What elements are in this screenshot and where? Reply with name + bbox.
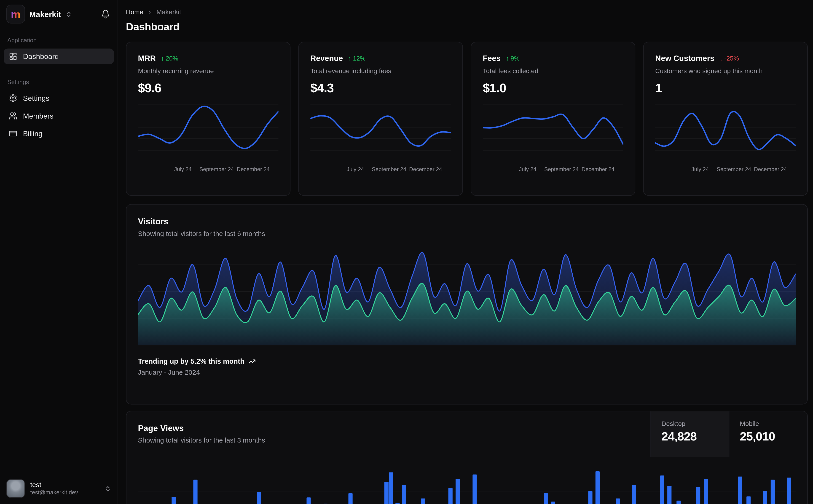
stat-value: $1.0 (483, 81, 624, 95)
stat-card-revenue: Revenue ↑12% Total revenue including fee… (299, 42, 463, 196)
main-content: Home Makerkit Dashboard MRR ↑20% Monthly… (118, 0, 813, 504)
chevrons-up-down-icon (65, 11, 72, 18)
gear-icon (9, 94, 17, 102)
sidebar-item-settings[interactable]: Settings (4, 90, 114, 106)
user-name: test (30, 481, 78, 489)
app-root: m Makerkit Application Dashboard Setting… (0, 0, 813, 504)
workspace-switcher[interactable]: m Makerkit (6, 5, 72, 24)
arrow-down-icon: ↓ (720, 55, 723, 62)
stat-title: MRR (138, 54, 156, 63)
trend-badge: ↑12% (348, 55, 365, 62)
user-menu[interactable]: test test@makerkit.dev (0, 474, 117, 504)
notifications-button[interactable] (100, 8, 111, 20)
stat-card-mrr: MRR ↑20% Monthly recurring revenue $9.6 … (126, 42, 291, 196)
trend-badge: ↑20% (161, 55, 178, 62)
breadcrumb-current: Makerkit (156, 8, 181, 16)
trend-badge: ↓-25% (720, 55, 739, 62)
toggle-mobile[interactable]: Mobile 25,010 (729, 411, 807, 457)
sidebar: m Makerkit Application Dashboard Setting… (0, 0, 118, 504)
sidebar-header: m Makerkit (0, 0, 117, 24)
credit-card-icon (9, 130, 17, 138)
stat-subtitle: Total fees collected (483, 67, 624, 75)
visitors-subtitle: Showing total visitors for the last 6 mo… (138, 230, 796, 237)
breadcrumb-home-link[interactable]: Home (126, 8, 143, 16)
user-email: test@makerkit.dev (30, 489, 78, 496)
toggle-label: Mobile (740, 420, 797, 427)
breadcrumb: Home Makerkit (126, 8, 808, 16)
arrow-up-icon: ↑ (348, 55, 352, 62)
x-axis-labels: July 24 September 24 December 24 (138, 166, 279, 173)
sparkline-chart (310, 102, 451, 162)
page-views-title: Page Views (138, 424, 639, 433)
trend-badge: ↑9% (506, 55, 519, 62)
toggle-desktop[interactable]: Desktop 24,828 (651, 411, 729, 457)
stat-value: $4.3 (310, 81, 451, 95)
page-title: Dashboard (126, 21, 808, 33)
stat-value: 1 (655, 81, 796, 95)
arrow-up-icon: ↑ (161, 55, 164, 62)
visitors-title: Visitors (138, 217, 796, 226)
avatar (6, 479, 25, 498)
sidebar-item-members[interactable]: Members (4, 108, 114, 124)
page-views-bar-chart (138, 457, 796, 504)
stat-subtitle: Monthly recurring revenue (138, 67, 279, 75)
arrow-up-icon: ↑ (506, 55, 509, 62)
logo-letter: m (11, 9, 21, 20)
stat-title: Fees (483, 54, 501, 63)
stat-subtitle: Customers who signed up this month (655, 67, 796, 75)
stat-card-new-customers: New Customers ↓-25% Customers who signed… (643, 42, 808, 196)
workspace-name: Makerkit (29, 10, 61, 19)
stat-title: Revenue (310, 54, 343, 63)
sparkline-chart (138, 102, 279, 162)
sidebar-item-dashboard[interactable]: Dashboard (4, 48, 114, 64)
stat-card-fees: Fees ↑9% Total fees collected $1.0 July … (471, 42, 635, 196)
stat-cards-row: MRR ↑20% Monthly recurring revenue $9.6 … (126, 42, 808, 196)
x-axis-labels: July 24 September 24 December 24 (655, 166, 796, 173)
visitors-footer-primary: Trending up by 5.2% this month (138, 358, 796, 365)
sidebar-item-label: Billing (23, 130, 43, 138)
sidebar-item-label: Members (23, 112, 53, 120)
x-axis-labels: July 24 September 24 December 24 (310, 166, 451, 173)
x-axis-labels: July 24 September 24 December 24 (483, 166, 624, 173)
bell-icon (101, 9, 110, 19)
makerkit-logo: m (6, 5, 25, 24)
sparkline-chart (655, 102, 796, 162)
sidebar-item-label: Settings (23, 94, 50, 102)
sparkline-chart (483, 102, 624, 162)
nav-section-application: Application (0, 37, 117, 43)
page-views-card: Page Views Showing total visitors for th… (126, 411, 808, 504)
stat-title: New Customers (655, 54, 715, 63)
chevron-right-icon (147, 9, 153, 15)
dashboard-icon (9, 52, 17, 61)
toggle-value: 24,828 (662, 430, 718, 444)
toggle-value: 25,010 (740, 430, 797, 444)
visitors-card: Visitors Showing total visitors for the … (126, 204, 808, 404)
visitors-footer-secondary: January - June 2024 (138, 369, 796, 376)
toggle-label: Desktop (662, 420, 718, 427)
visitors-area-chart (138, 247, 796, 346)
sidebar-item-billing[interactable]: Billing (4, 126, 114, 142)
nav-section-settings: Settings (0, 79, 117, 85)
page-views-subtitle: Showing total visitors for the last 3 mo… (138, 436, 639, 444)
trending-up-icon (248, 358, 256, 365)
sidebar-item-label: Dashboard (23, 52, 59, 61)
users-icon (9, 112, 17, 120)
stat-value: $9.6 (138, 81, 279, 95)
stat-subtitle: Total revenue including fees (310, 67, 451, 75)
chevrons-up-down-icon (104, 485, 111, 492)
